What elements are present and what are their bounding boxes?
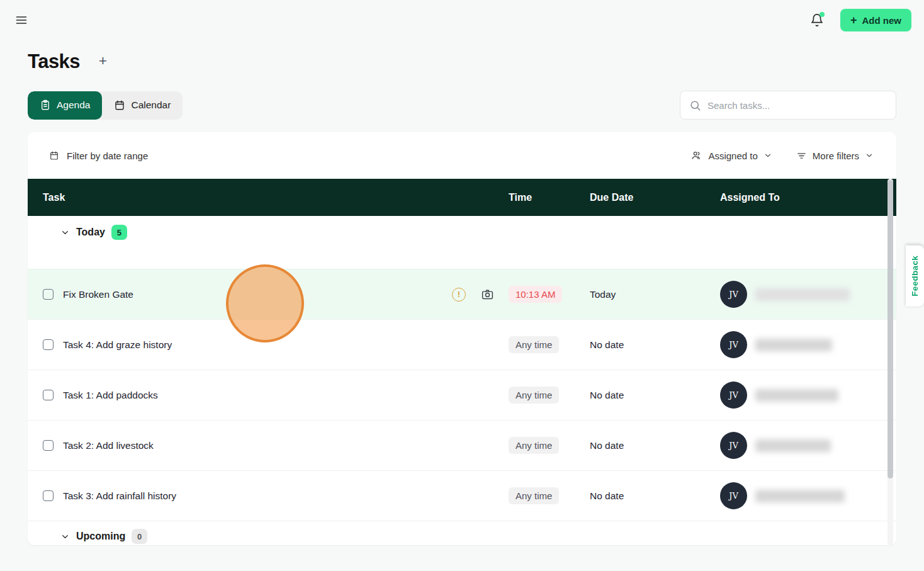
avatar: JV <box>720 382 747 409</box>
filter-more-label: More filters <box>813 150 859 161</box>
assignee-name-redacted <box>755 439 831 452</box>
task-checkbox[interactable] <box>43 390 54 400</box>
scrollbar-thumb[interactable] <box>887 180 893 478</box>
assignee-name-redacted <box>755 389 838 402</box>
add-view-button[interactable]: + <box>99 53 107 71</box>
avatar: JV <box>720 482 747 509</box>
due-date: No date <box>590 440 720 451</box>
task-row[interactable]: Task 1: Add paddocks Any time No date JV <box>28 370 896 420</box>
notification-dot <box>820 12 825 17</box>
calendar-icon <box>114 99 125 111</box>
filter-row: Filter by date range Assigned to More fi… <box>28 132 896 179</box>
task-title: Task 3: Add rainfall history <box>63 490 176 502</box>
filter-assigned-to[interactable]: Assigned to <box>691 150 772 161</box>
title-row: Tasks + <box>28 50 924 73</box>
page-title: Tasks <box>28 50 80 73</box>
filter-date-range[interactable]: Filter by date range <box>49 150 148 161</box>
filter-lines-icon <box>796 150 807 161</box>
task-checkbox[interactable] <box>43 490 54 501</box>
topbar: + Add new <box>0 0 924 40</box>
filter-more[interactable]: More filters <box>796 150 874 161</box>
group-row-today[interactable]: Today 5 <box>28 216 896 269</box>
assignee-name-redacted <box>755 339 832 351</box>
task-row[interactable]: Task 2: Add livestock Any time No date J… <box>28 420 896 470</box>
search-input[interactable] <box>707 100 887 111</box>
avatar: JV <box>720 432 747 459</box>
task-row[interactable]: Task 4: Add graze history Any time No da… <box>28 319 896 370</box>
col-time: Time <box>509 192 590 203</box>
task-title: Fix Broken Gate <box>63 289 133 300</box>
tab-agenda-label: Agenda <box>57 99 90 111</box>
add-new-label: Add new <box>862 15 902 26</box>
group-count-badge: 5 <box>111 225 127 240</box>
alert-icon[interactable]: ! <box>452 288 466 302</box>
group-count-badge: 0 <box>132 529 147 544</box>
task-title: Task 2: Add livestock <box>63 440 154 451</box>
col-due-date: Due Date <box>590 192 720 203</box>
feedback-button[interactable]: Feedback <box>906 246 924 307</box>
group-label: Upcoming <box>76 531 125 542</box>
time-badge: Any time <box>509 336 559 353</box>
controls-row: Agenda Calendar <box>28 91 896 120</box>
table-header: Task Time Due Date Assigned To <box>28 179 896 216</box>
tab-calendar[interactable]: Calendar <box>102 91 183 120</box>
avatar: JV <box>720 281 747 308</box>
tab-agenda[interactable]: Agenda <box>28 91 102 120</box>
task-row[interactable]: Fix Broken Gate ! 10:13 AM Today JV <box>28 269 896 319</box>
due-date: No date <box>590 490 720 502</box>
avatar: JV <box>720 331 747 358</box>
clipboard-icon <box>40 99 51 111</box>
scrollbar-track[interactable] <box>887 179 893 545</box>
chevron-down-icon <box>763 151 772 160</box>
calendar-icon <box>49 150 59 161</box>
group-label: Today <box>76 227 105 238</box>
task-checkbox[interactable] <box>43 440 54 451</box>
due-date: Today <box>590 289 720 300</box>
task-title: Task 1: Add paddocks <box>63 390 158 401</box>
chevron-down-icon[interactable] <box>60 532 70 541</box>
col-assigned-to: Assigned To <box>720 192 896 203</box>
view-tabs: Agenda Calendar <box>28 91 183 120</box>
assignee-name-redacted <box>755 288 850 301</box>
camera-icon[interactable] <box>481 288 494 301</box>
filter-assigned-to-label: Assigned to <box>708 150 757 161</box>
add-new-button[interactable]: + Add new <box>840 9 911 31</box>
time-badge: 10:13 AM <box>509 286 562 303</box>
due-date: No date <box>590 339 720 351</box>
task-row[interactable]: Task 3: Add rainfall history Any time No… <box>28 470 896 521</box>
tab-calendar-label: Calendar <box>131 99 171 111</box>
time-badge: Any time <box>509 437 559 454</box>
time-badge: Any time <box>509 387 559 404</box>
task-checkbox[interactable] <box>43 289 54 300</box>
group-row-upcoming[interactable]: Upcoming 0 <box>28 521 896 545</box>
col-task: Task <box>43 192 509 203</box>
chevron-down-icon[interactable] <box>60 228 70 237</box>
assignee-name-redacted <box>755 490 845 502</box>
people-icon <box>691 150 702 161</box>
search-box[interactable] <box>680 91 896 120</box>
task-title: Task 4: Add graze history <box>63 339 172 351</box>
menu-icon[interactable] <box>13 11 30 29</box>
tasks-card: Filter by date range Assigned to More fi… <box>28 132 896 545</box>
time-badge: Any time <box>509 487 559 504</box>
plus-icon: + <box>850 14 857 26</box>
due-date: No date <box>590 390 720 401</box>
filter-date-range-label: Filter by date range <box>67 150 148 161</box>
notification-bell-icon[interactable] <box>808 11 826 30</box>
chevron-down-icon <box>865 151 874 160</box>
task-checkbox[interactable] <box>43 339 54 350</box>
search-icon <box>689 99 701 111</box>
